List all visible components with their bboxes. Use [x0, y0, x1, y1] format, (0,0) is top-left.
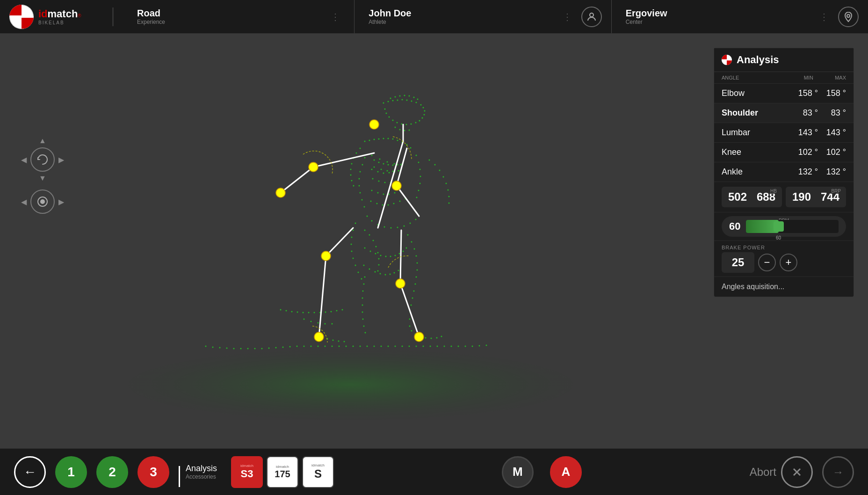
svg-point-218 — [394, 163, 395, 165]
svg-point-17 — [424, 110, 426, 112]
tilt-left[interactable]: ◀ — [21, 197, 27, 206]
svg-point-114 — [351, 237, 353, 238]
svg-point-82 — [418, 162, 420, 163]
svg-point-224 — [398, 170, 399, 172]
elbow-min: 158 ° — [790, 88, 818, 98]
svg-line-267 — [400, 284, 419, 337]
knee-label: Knee — [722, 147, 790, 157]
ankle-row[interactable]: Ankle 132 ° 132 ° — [714, 162, 854, 182]
svg-point-157 — [280, 309, 282, 311]
svg-point-33 — [404, 95, 405, 96]
rotate-icon-btn[interactable] — [30, 147, 55, 172]
svg-point-10 — [397, 100, 398, 101]
svg-point-208 — [444, 346, 445, 347]
elbow-row[interactable]: Elbow 158 ° 158 ° — [714, 83, 854, 103]
svg-point-119 — [358, 272, 359, 273]
athlete-icon-btn[interactable] — [581, 7, 602, 27]
svg-point-146 — [362, 298, 363, 299]
svg-point-52 — [360, 148, 361, 149]
svg-point-85 — [420, 183, 421, 184]
badge-175[interactable]: idmatch 175 — [267, 456, 298, 488]
back-button[interactable]: ← — [14, 456, 46, 488]
experience-section: Road Experience — [123, 0, 326, 33]
nav-up[interactable]: ▲ — [39, 137, 46, 145]
step1-button[interactable]: 1 — [55, 456, 87, 488]
lumbar-min: 143 ° — [790, 128, 818, 138]
svg-point-236 — [376, 203, 378, 204]
knee-row[interactable]: Knee 102 ° 102 ° — [714, 142, 854, 162]
svg-point-134 — [409, 319, 411, 320]
analysis-tab[interactable]: Analysis Accessories — [186, 464, 217, 480]
svg-point-53 — [356, 153, 357, 154]
svg-point-180 — [247, 348, 249, 349]
analysis-header: Analysis — [714, 48, 854, 72]
svg-point-207 — [437, 346, 438, 347]
svg-point-148 — [362, 312, 363, 313]
svg-point-37 — [395, 127, 396, 128]
step2-button[interactable]: 2 — [96, 456, 128, 488]
svg-point-255 — [380, 273, 381, 275]
svg-point-51 — [410, 147, 412, 149]
tilt-right[interactable]: ▶ — [58, 197, 64, 206]
nav-right[interactable]: ▶ — [58, 155, 64, 164]
svg-point-98 — [377, 224, 379, 226]
badge-s[interactable]: idmatch S — [302, 456, 334, 488]
svg-point-122 — [369, 234, 370, 236]
svg-point-112 — [355, 223, 356, 224]
badge-175-code: 175 — [275, 469, 290, 480]
athlete-title: John Doe — [369, 8, 543, 19]
svg-point-89 — [434, 164, 436, 166]
shoulder-row[interactable]: Shoulder 83 ° 83 ° — [714, 103, 854, 123]
mode-m-button[interactable]: M — [502, 456, 534, 488]
brp-box[interactable]: BRP 190 744 — [786, 187, 846, 207]
svg-point-93 — [448, 189, 449, 191]
mode-a-button[interactable]: A — [550, 456, 582, 488]
svg-point-215 — [371, 155, 373, 156]
svg-point-32 — [399, 95, 401, 97]
svg-point-158 — [286, 310, 287, 312]
rpm-track[interactable]: 60 — [746, 220, 839, 233]
svg-point-179 — [240, 348, 242, 349]
svg-point-133 — [410, 312, 411, 313]
svg-point-185 — [282, 347, 284, 348]
tilt-icon-btn[interactable] — [30, 189, 55, 214]
svg-point-35 — [413, 97, 415, 98]
brake-increase-btn[interactable]: + — [780, 254, 797, 271]
lumbar-row[interactable]: Lumbar 143 ° 143 ° — [714, 123, 854, 142]
svg-point-49 — [402, 142, 403, 143]
abort-button[interactable] — [781, 456, 813, 488]
svg-point-34 — [409, 95, 410, 97]
location-icon-btn[interactable] — [838, 7, 859, 27]
brake-decrease-btn[interactable]: − — [758, 254, 776, 271]
badge-s3[interactable]: idmatch S3 — [231, 456, 263, 488]
brake-controls: 25 − + — [722, 252, 846, 273]
svg-point-211 — [465, 346, 466, 347]
next-button[interactable]: → — [822, 456, 854, 488]
svg-point-124 — [376, 246, 377, 248]
svg-point-127 — [378, 264, 380, 266]
hb-label: HB — [769, 189, 778, 194]
svg-point-165 — [325, 312, 326, 313]
svg-point-64 — [359, 185, 360, 187]
svg-point-232 — [383, 194, 384, 195]
rpm-slider-container[interactable]: 60 RPM 60 — [722, 216, 846, 237]
svg-line-261 — [378, 141, 403, 228]
step3-button[interactable]: 3 — [137, 456, 169, 488]
ankle-min: 132 ° — [790, 167, 818, 177]
analysis-tab-label: Analysis — [186, 464, 217, 473]
svg-point-77 — [383, 173, 384, 174]
rpm-thumb[interactable] — [774, 221, 784, 232]
svg-point-46 — [388, 138, 389, 139]
hb-box[interactable]: HB 502 688 — [722, 187, 782, 207]
svg-point-43 — [374, 139, 375, 140]
svg-point-275 — [321, 251, 331, 261]
svg-point-29 — [384, 109, 386, 110]
svg-point-201 — [395, 346, 396, 347]
hb-val1: 502 — [728, 190, 747, 204]
brp-label: BRP — [830, 189, 842, 194]
nav-down[interactable]: ▼ — [39, 174, 46, 182]
svg-point-84 — [420, 176, 421, 177]
nav-left[interactable]: ◀ — [21, 155, 27, 164]
svg-point-253 — [369, 269, 370, 270]
svg-point-36 — [417, 99, 419, 100]
